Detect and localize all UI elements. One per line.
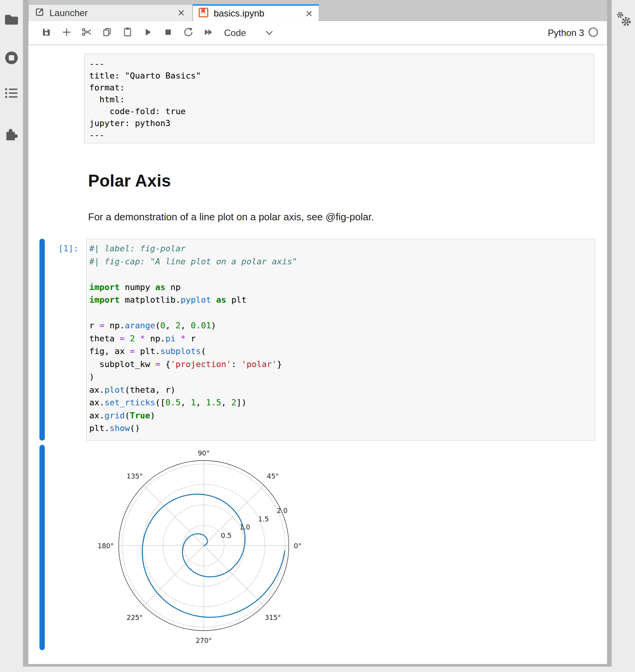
svg-text:90°: 90° (198, 449, 209, 457)
sidebar-item-file-browser[interactable] (4, 13, 19, 28)
notebook-toolbar: Code Python 3 (28, 21, 607, 45)
svg-text:0.5: 0.5 (221, 532, 232, 539)
tab-close-icon[interactable]: × (178, 7, 185, 19)
notebook-icon (198, 7, 209, 20)
output-cell-collapser[interactable] (39, 445, 45, 650)
clipboard-icon (123, 27, 133, 39)
yaml-line: format: (89, 83, 594, 95)
stop-circle-icon (4, 51, 19, 67)
run-button[interactable] (137, 25, 158, 41)
add-cell-button[interactable] (56, 25, 77, 41)
code-line: plt.show() (89, 423, 595, 436)
code-line: import numpy as np (89, 282, 595, 295)
svg-text:270°: 270° (196, 637, 212, 644)
polar-plot-output: 0°45°90°135°180°225°270°315°0.51.01.52.0 (92, 446, 322, 657)
cell-type-value: Code (224, 28, 246, 38)
tab-launcher-label: Launcher (49, 8, 88, 18)
folder-icon (4, 13, 19, 27)
kernel-name: Python 3 (548, 28, 584, 38)
code-line (89, 308, 595, 321)
chevron-down-icon (246, 30, 273, 36)
svg-text:315°: 315° (265, 614, 281, 621)
activity-sidebar (0, 0, 23, 672)
restart-kernel-button[interactable] (178, 25, 198, 41)
notebook-content: ---title: "Quarto Basics"format: html: c… (28, 45, 607, 664)
svg-text:180°: 180° (98, 542, 114, 550)
code-line: ) (89, 372, 595, 385)
fast-forward-icon (203, 27, 214, 39)
interrupt-kernel-button[interactable] (158, 25, 178, 41)
tab-launcher[interactable]: Launcher × (28, 4, 193, 21)
code-line: theta = 2 * np.pi * r (89, 334, 595, 347)
list-icon (5, 87, 18, 101)
paste-cells-button[interactable] (117, 25, 137, 41)
restart-icon (183, 27, 193, 39)
sidebar-item-table-of-contents[interactable] (4, 87, 19, 101)
settings-gears-icon[interactable] (615, 10, 633, 28)
markdown-paragraph: For a demonstration of a line plot on a … (88, 211, 374, 223)
yaml-line: html: (89, 95, 594, 107)
sidebar-item-extension-manager[interactable] (4, 127, 19, 142)
yaml-line: --- (89, 59, 594, 71)
yaml-line: title: "Quarto Basics" (89, 71, 594, 83)
svg-text:2.0: 2.0 (277, 507, 288, 515)
svg-text:135°: 135° (127, 472, 143, 480)
save-button[interactable] (36, 25, 56, 41)
tab-close-icon[interactable]: × (306, 8, 313, 20)
yaml-line: --- (89, 130, 594, 142)
page-title: Polar Axis (88, 171, 171, 190)
code-line: ax.set_rticks([0.5, 1, 1.5, 2]) (89, 398, 595, 411)
launcher-icon (35, 7, 44, 18)
plus-icon (62, 27, 72, 39)
execution-count-prompt: [1]: (28, 244, 79, 253)
cut-cells-button[interactable] (77, 25, 97, 41)
run-icon (143, 27, 153, 39)
code-line: ax.grid(True) (89, 411, 595, 424)
svg-text:1.0: 1.0 (239, 523, 250, 531)
cell-type-dropdown[interactable]: Code (224, 28, 273, 38)
code-line: #| fig-cap: "A line plot on a polar axis… (89, 257, 595, 270)
tab-notebook-label: basics.ipynb (214, 8, 264, 19)
copy-icon (102, 27, 112, 39)
svg-text:0°: 0° (294, 542, 301, 550)
svg-text:45°: 45° (267, 472, 279, 480)
code-line: r = np.arange(0, 2, 0.01) (89, 321, 595, 334)
code-line: import matplotlib.pyplot as plt (89, 295, 595, 308)
tab-bar: Launcher × basics.ipynb × (28, 0, 607, 21)
input-cell-collapser[interactable] (39, 239, 45, 441)
restart-run-all-button[interactable] (198, 25, 219, 41)
stop-icon (163, 27, 173, 39)
code-line (89, 269, 595, 282)
save-icon (41, 27, 51, 39)
raw-yaml-cell-editor[interactable]: ---title: "Quarto Basics"format: html: c… (84, 54, 594, 143)
scissors-icon (82, 27, 92, 39)
yaml-line: jupyter: python3 (89, 118, 594, 130)
tab-basics-ipynb[interactable]: basics.ipynb × (193, 4, 319, 21)
code-line: #| label: fig-polar (89, 244, 595, 257)
code-line: fig, ax = plt.subplots( (89, 346, 595, 359)
kernel-indicator[interactable]: Python 3 (548, 27, 599, 39)
puzzle-icon (4, 126, 19, 143)
yaml-line: code-fold: true (89, 107, 594, 118)
svg-text:1.5: 1.5 (258, 515, 269, 523)
dock-panel: Launcher × basics.ipynb × (23, 0, 612, 667)
copy-cells-button[interactable] (97, 25, 117, 41)
sidebar-item-running-sessions[interactable] (4, 51, 19, 66)
kernel-status-icon (588, 27, 599, 39)
svg-text:225°: 225° (127, 614, 143, 621)
code-line: subplot_kw = {'projection': 'polar'} (89, 359, 595, 372)
code-line: ax.plot(theta, r) (89, 385, 595, 398)
code-editor[interactable]: #| label: fig-polar#| fig-cap: "A line p… (86, 239, 595, 441)
